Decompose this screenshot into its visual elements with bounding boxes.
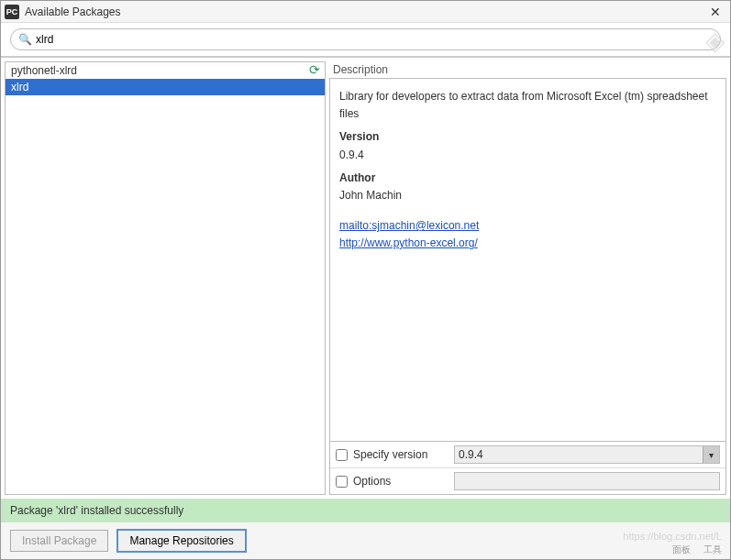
package-item[interactable]: pythonetl-xlrd	[6, 62, 306, 79]
options-label: Options	[353, 475, 454, 488]
search-row: 🔍	[1, 23, 730, 57]
ide-footer: 面板 工具	[672, 544, 722, 556]
panel-label: 面板	[672, 544, 691, 556]
detail-panel: Description Library for developers to ex…	[329, 61, 726, 495]
author-value: John Machin	[339, 187, 716, 204]
description-label: Description	[329, 61, 726, 78]
mailto-link[interactable]: mailto:sjmachin@lexicon.net	[339, 217, 716, 235]
titlebar: PC Available Packages ✕	[1, 1, 730, 23]
search-input[interactable]	[36, 33, 713, 46]
manage-repositories-button[interactable]: Manage Repositories	[117, 530, 245, 552]
close-icon[interactable]: ✕	[704, 5, 726, 19]
app-icon: PC	[5, 5, 19, 19]
version-value: 0.9.4	[339, 147, 716, 164]
content-area: pythonetl-xlrd ⟳ xlrd Description Librar…	[1, 57, 730, 499]
package-item-selected[interactable]: xlrd	[6, 79, 325, 95]
status-bar: Package 'xlrd' installed successfully	[1, 499, 730, 522]
description-summary: Library for developers to extract data f…	[339, 88, 716, 123]
specify-version-label: Specify version	[353, 448, 454, 461]
status-text: Package 'xlrd' installed successfully	[10, 504, 183, 517]
options-checkbox[interactable]	[336, 476, 348, 488]
package-list-header: pythonetl-xlrd ⟳	[6, 62, 325, 79]
chevron-down-icon[interactable]: ▾	[703, 446, 719, 463]
specify-version-checkbox[interactable]	[336, 449, 348, 461]
dialog-window: PC Available Packages ✕ 🔍 pythonetl-xlrd…	[0, 0, 731, 560]
website-link[interactable]: http://www.python-excel.org/	[339, 235, 716, 252]
tools-label: 工具	[703, 544, 722, 556]
specify-version-select[interactable]: 0.9.4 ▾	[454, 445, 720, 464]
options-box: Specify version 0.9.4 ▾ Options	[329, 442, 726, 495]
options-input[interactable]	[454, 472, 720, 490]
specify-version-value: 0.9.4	[459, 448, 483, 461]
author-label: Author	[339, 170, 716, 187]
button-bar: Install Package Manage Repositories	[1, 522, 730, 559]
description-box: Library for developers to extract data f…	[329, 78, 726, 442]
package-list[interactable]: xlrd	[6, 79, 325, 494]
install-package-button[interactable]: Install Package	[10, 530, 108, 552]
specify-version-row: Specify version 0.9.4 ▾	[330, 442, 725, 467]
version-label: Version	[339, 128, 716, 146]
options-row: Options	[330, 467, 725, 494]
window-title: Available Packages	[25, 5, 704, 18]
refresh-icon[interactable]: ⟳	[306, 62, 323, 79]
search-icon: 🔍	[18, 33, 32, 46]
package-panel: pythonetl-xlrd ⟳ xlrd	[5, 61, 326, 495]
search-box: 🔍	[10, 28, 721, 50]
